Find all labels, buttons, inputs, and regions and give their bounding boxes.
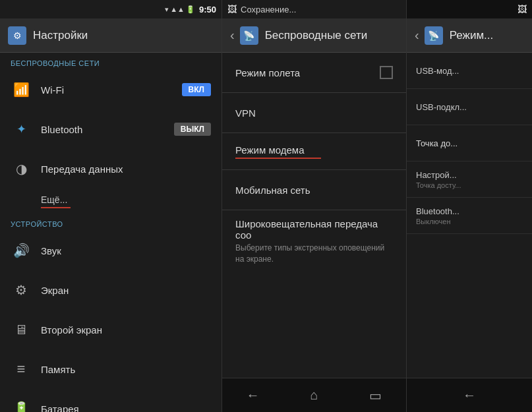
- broadcast-subtitle: Выберите типы экстренных оповещений на э…: [235, 243, 393, 265]
- usb-con-item[interactable]: USB-подкл...: [407, 89, 532, 125]
- modem-title: Режим...: [450, 29, 494, 42]
- settings-title: Настройки: [33, 29, 88, 42]
- bluetooth-label: Bluetooth: [41, 124, 174, 135]
- signal-icons: ▾ ▲▲ 🔋: [165, 5, 195, 14]
- nav-home-2[interactable]: ⌂: [298, 382, 331, 409]
- modem-header: ‹ 📡 Режим...: [407, 18, 532, 53]
- modem-underline: [235, 158, 321, 159]
- status-bar-2: 🖼 Сохранение...: [222, 0, 406, 18]
- nav-bar-3: ←: [407, 378, 532, 412]
- airplane-checkbox[interactable]: [380, 66, 393, 79]
- settings-icon: ⚙: [13, 30, 22, 41]
- usb-mod-item[interactable]: USB-мод...: [407, 53, 532, 89]
- data-icon: ◑: [11, 161, 32, 177]
- screen-item[interactable]: ⚙ Экран: [0, 270, 222, 310]
- wireless-header-icon: 📡: [240, 26, 258, 45]
- wireless-back-btn[interactable]: ‹: [230, 28, 235, 43]
- wifi-label: Wi-Fi: [41, 84, 182, 96]
- hotspot-item[interactable]: Точка до...: [407, 125, 532, 162]
- vpn-item[interactable]: VPN: [222, 93, 406, 132]
- save-text: Сохранение...: [241, 5, 296, 15]
- vpn-label: VPN: [235, 107, 256, 119]
- modem-header-icon: 📡: [425, 26, 443, 45]
- status-bar-1: ▾ ▲▲ 🔋 9:50: [0, 0, 222, 18]
- hotspot-settings-label: Настрой...: [416, 170, 523, 180]
- settings-header-icon: ⚙: [8, 26, 26, 45]
- screen2-item[interactable]: 🖥 Второй экран: [0, 310, 222, 349]
- sound-item[interactable]: 🔊 Звук: [0, 231, 222, 270]
- hotspot-label: Точка до...: [416, 138, 523, 148]
- wireless-title: Беспроводные сети: [265, 29, 368, 42]
- battery-item-icon: 🔋: [11, 401, 32, 412]
- back-icon-2: ←: [247, 388, 260, 403]
- bt-tether-sub: Выключен: [416, 218, 523, 225]
- screen-label: Экран: [41, 285, 211, 296]
- status-time: 9:50: [199, 5, 216, 15]
- wireless-icon: 📡: [243, 30, 254, 41]
- battery-item[interactable]: 🔋 Батарея: [0, 389, 222, 412]
- recent-icon-2: ▭: [369, 388, 382, 403]
- panel-settings: ▾ ▲▲ 🔋 9:50 ⚙ Настройки БЕСПРОВОДНЫЕ СЕТ…: [0, 0, 222, 412]
- wifi-icon: 📶: [11, 82, 32, 98]
- bluetooth-toggle[interactable]: ВЫКЛ: [174, 123, 211, 136]
- modem-icon: 📡: [428, 30, 439, 41]
- screen2-icon: 🖥: [11, 322, 32, 338]
- status-bar-3: 🖼: [407, 0, 532, 18]
- device-section-label: УСТРОЙСТВО: [0, 214, 222, 231]
- usb-con-label: USB-подкл...: [416, 102, 523, 112]
- signal-wifi-icon: ▾: [165, 5, 169, 14]
- nav-bar-2: ← ⌂ ▭: [222, 378, 406, 412]
- mobile-item[interactable]: Мобильная сеть: [222, 170, 406, 210]
- wireless-section-label: БЕСПРОВОДНЫЕ СЕТИ: [0, 53, 222, 70]
- more-label: Ещё...: [41, 194, 67, 205]
- memory-label: Память: [41, 364, 211, 375]
- mobile-label: Мобильная сеть: [235, 185, 310, 196]
- save-icon: 🖼: [227, 4, 237, 15]
- memory-item[interactable]: ≡ Память: [0, 349, 222, 389]
- nav-back-2[interactable]: ←: [237, 382, 270, 409]
- data-item[interactable]: ◑ Передача данных: [0, 149, 222, 189]
- broadcast-item[interactable]: Широковещательная передача соо Выберите …: [222, 210, 406, 273]
- bt-tether-item[interactable]: Bluetooth... Выключен: [407, 198, 532, 234]
- panel-modem: 🖼 ‹ 📡 Режим... USB-мод... USB-подкл... Т…: [407, 0, 532, 412]
- sound-label: Звук: [41, 245, 211, 256]
- bluetooth-item[interactable]: ✦ Bluetooth ВЫКЛ: [0, 109, 222, 149]
- battery-label: Батарея: [41, 403, 211, 413]
- usb-mod-label: USB-мод...: [416, 66, 523, 76]
- settings-header: ⚙ Настройки: [0, 18, 222, 53]
- more-item[interactable]: Ещё...: [0, 189, 222, 214]
- bluetooth-icon: ✦: [11, 122, 32, 136]
- more-underline: [41, 207, 71, 208]
- modem-back-btn[interactable]: ‹: [415, 28, 419, 43]
- nav-recent-2[interactable]: ▭: [359, 382, 392, 409]
- data-label: Передача данных: [41, 163, 211, 175]
- nav-back-3[interactable]: ←: [453, 382, 486, 409]
- panel-wireless: 🖼 Сохранение... ‹ 📡 Беспроводные сети Ре…: [222, 0, 407, 412]
- battery-icon: 🔋: [186, 5, 195, 14]
- sound-icon: 🔊: [11, 243, 32, 258]
- wifi-item[interactable]: 📶 Wi-Fi ВКЛ: [0, 70, 222, 109]
- wireless-header: ‹ 📡 Беспроводные сети: [222, 18, 406, 53]
- bt-tether-label: Bluetooth...: [416, 206, 523, 216]
- signal-cell-icon: ▲▲: [170, 5, 185, 13]
- broadcast-label: Широковещательная передача соо: [235, 218, 393, 241]
- wifi-toggle[interactable]: ВКЛ: [182, 83, 211, 96]
- modem-label: Режим модема: [235, 144, 393, 156]
- modem-item[interactable]: Режим модема: [222, 133, 406, 169]
- home-icon-2: ⌂: [310, 388, 318, 403]
- airplane-label: Режим полета: [235, 67, 300, 78]
- memory-icon: ≡: [11, 362, 32, 376]
- airplane-item[interactable]: Режим полета: [222, 53, 406, 92]
- screen2-label: Второй экран: [41, 324, 211, 336]
- hotspot-settings-sub: Точка досту...: [416, 181, 523, 189]
- screen-icon: ⚙: [11, 282, 32, 298]
- hotspot-settings-item[interactable]: Настрой... Точка досту...: [407, 162, 532, 198]
- panel3-status-icon: 🖼: [517, 4, 527, 15]
- back-icon-3: ←: [463, 388, 476, 403]
